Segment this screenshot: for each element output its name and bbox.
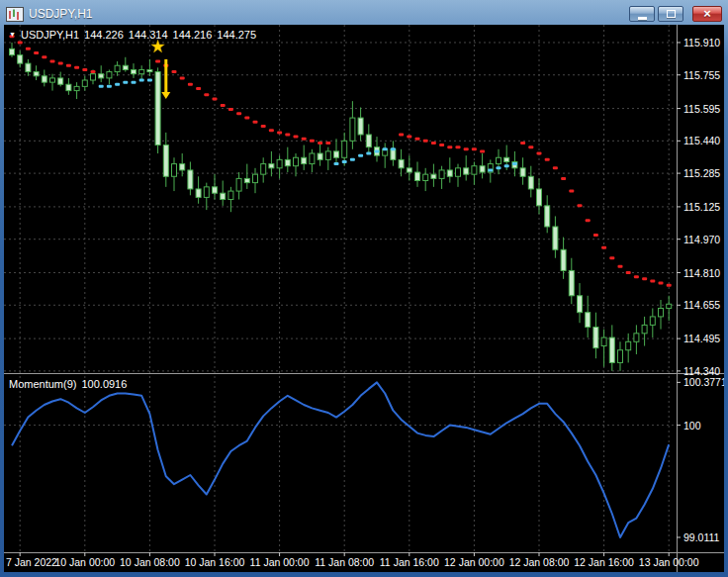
metatrader-chart-window: USDJPY,H1 × ▼ USDJPY,H1 144.226 144.314 …	[0, 0, 728, 577]
trend-up-dot	[488, 168, 493, 171]
candle-body	[236, 178, 241, 191]
trend-up-dot	[366, 152, 371, 155]
trend-up-dot	[497, 166, 501, 169]
time-axis-label: 11 Jan 08:00	[315, 556, 374, 568]
candle-body	[423, 174, 428, 180]
candle-body	[464, 168, 469, 174]
momentum-axis-label: 99.0111	[683, 531, 720, 543]
candle-body	[399, 159, 404, 167]
chart-plot[interactable]: 115.910115.755115.595115.440115.285115.1…	[4, 25, 724, 572]
candle-body	[147, 69, 152, 71]
candle-body	[294, 157, 299, 165]
candle-body	[10, 48, 15, 54]
trend-down-dot	[204, 93, 209, 96]
candle-body	[91, 74, 96, 80]
candle-body	[261, 164, 266, 175]
star-signal-icon	[151, 40, 164, 52]
trend-down-dot	[253, 121, 258, 124]
trend-down-dot	[431, 142, 436, 144]
price-axis-label: 115.285	[683, 167, 720, 179]
candle-body	[285, 159, 290, 165]
trend-down-dot	[528, 145, 533, 148]
candle-body	[204, 187, 209, 198]
trend-up-dot	[107, 85, 112, 88]
trend-down-dot	[26, 48, 31, 50]
trend-down-dot	[447, 145, 452, 148]
momentum-axis-label: 100.3771	[683, 376, 724, 388]
trend-down-dot	[269, 129, 274, 132]
trend-down-dot	[520, 142, 525, 144]
candle-body	[228, 191, 233, 199]
trend-down-dot	[634, 275, 639, 278]
momentum-series	[12, 382, 669, 537]
candle-body	[277, 159, 282, 167]
candle-body	[244, 178, 249, 182]
trend-down-dot	[578, 204, 583, 207]
close-button[interactable]: ×	[692, 6, 722, 22]
symbol-label: USDJPY,H1	[21, 29, 79, 41]
candle-body	[213, 187, 218, 193]
candle-body	[553, 227, 558, 249]
trend-down-dot	[667, 284, 672, 287]
candle-body	[569, 270, 574, 295]
trend-down-dot	[586, 219, 591, 222]
trend-down-dot	[18, 41, 23, 44]
chart-area[interactable]: ▼ USDJPY,H1 144.226 144.314 144.216 144.…	[4, 25, 724, 572]
window-title: USDJPY,H1	[29, 7, 92, 21]
time-axis-label: 12 Jan 08:00	[509, 556, 570, 568]
trend-down-dot	[415, 138, 420, 141]
trend-down-dot	[537, 152, 542, 155]
trend-down-dot	[180, 76, 185, 79]
candle-body	[431, 174, 436, 178]
titlebar[interactable]: USDJPY,H1 ×	[4, 3, 724, 25]
momentum-indicator-label: Momentum(9) 100.0916	[9, 378, 127, 390]
one-click-trading-icon[interactable]: ▼	[9, 30, 16, 40]
time-axis-label: 13 Jan 00:00	[639, 556, 699, 568]
trend-down-dot	[277, 131, 282, 134]
time-axis[interactable]: 7 Jan 202210 Jan 00:0010 Jan 08:0010 Jan…	[6, 552, 699, 568]
trend-down-dot	[439, 144, 444, 146]
trend-up-dot	[342, 160, 347, 163]
pane-separator	[4, 25, 724, 572]
trend-down-dot	[545, 158, 550, 161]
candle-body	[310, 153, 315, 164]
price-axis-label: 114.495	[683, 333, 720, 344]
candle-body	[269, 164, 274, 168]
trend-down-dot	[261, 125, 266, 128]
trend-down-dot	[472, 147, 477, 150]
maximize-button[interactable]	[658, 6, 683, 22]
trend-down-dot	[188, 83, 193, 86]
price-axis-label: 115.910	[683, 37, 720, 48]
price-axis-label: 115.595	[683, 103, 720, 115]
candle-body	[107, 72, 112, 78]
candle-body	[366, 135, 371, 147]
candle-body	[139, 69, 144, 73]
trend-down-dot	[66, 64, 71, 67]
candle-body	[391, 149, 396, 160]
price-axis-label: 114.340	[683, 365, 720, 377]
time-axis-label: 10 Jan 00:00	[54, 556, 115, 568]
candle-body	[593, 327, 598, 347]
candle-body	[650, 317, 655, 325]
trend-down-dot	[456, 145, 461, 148]
window-controls: ×	[629, 6, 722, 22]
price-axis[interactable]: 115.910115.755115.595115.440115.285115.1…	[677, 37, 720, 377]
trend-down-dot	[302, 138, 307, 141]
price-axis-label: 114.970	[683, 234, 720, 245]
candle-body	[26, 63, 31, 71]
candle-body	[66, 84, 71, 90]
trend-up-dot	[350, 158, 355, 161]
candle-body	[609, 337, 614, 362]
momentum-name: Momentum(9)	[9, 378, 76, 390]
candle-body	[99, 74, 104, 78]
candle-body	[545, 206, 550, 227]
minimize-button[interactable]	[629, 6, 655, 22]
momentum-axis[interactable]: 100.377110099.0111	[677, 376, 724, 543]
trend-down-dot	[82, 68, 87, 71]
trend-down-dot	[399, 133, 404, 136]
low-value: 144.216	[173, 29, 213, 41]
trend-down-dot	[74, 66, 79, 69]
chart-window-icon[interactable]	[6, 7, 24, 22]
price-axis-label: 115.125	[683, 201, 720, 213]
minimize-icon	[638, 17, 647, 20]
